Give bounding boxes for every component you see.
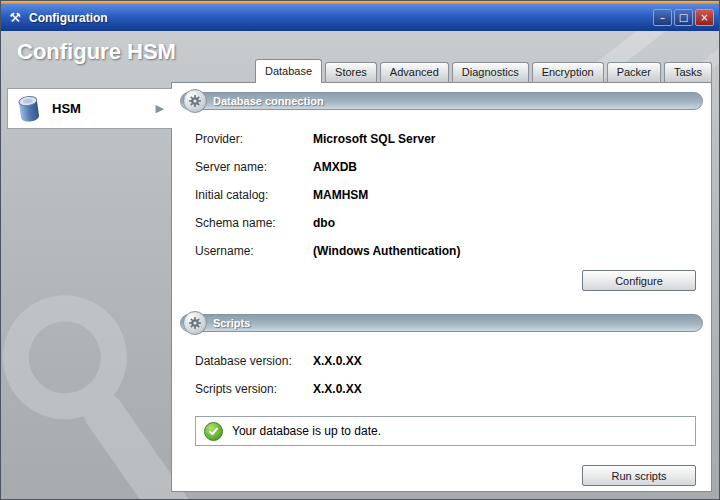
close-button[interactable]: × — [695, 9, 714, 26]
field-row-username: Username: (Windows Authentication) — [195, 237, 711, 265]
configuration-window: ⚒ Configuration – □ × Configure HSM Data… — [0, 0, 720, 500]
field-value: X.X.0.XX — [313, 382, 362, 396]
section-title: Database connection — [181, 93, 702, 109]
field-row-database-version: Database version: X.X.0.XX — [195, 347, 711, 375]
field-label: Initial catalog: — [195, 188, 313, 202]
field-label: Provider: — [195, 132, 313, 146]
field-label: Schema name: — [195, 216, 313, 230]
window-title: Configuration — [29, 11, 108, 25]
check-circle-icon — [204, 422, 223, 441]
connection-fields: Provider: Microsoft SQL Server Server na… — [195, 125, 711, 265]
tools-icon: ⚒ — [6, 9, 24, 27]
sidebar-item-label: HSM — [52, 101, 81, 116]
tab-database[interactable]: Database — [255, 59, 322, 83]
tab-packer[interactable]: Packer — [607, 62, 661, 82]
maximize-button[interactable]: □ — [674, 9, 693, 26]
field-label: Username: — [195, 244, 313, 258]
field-label: Server name: — [195, 160, 313, 174]
main-panel: Database connection Provider: Microsoft … — [171, 82, 712, 492]
field-value: MAMHSM — [313, 188, 368, 202]
field-row-server-name: Server name: AMXDB — [195, 153, 711, 181]
tab-diagnostics[interactable]: Diagnostics — [452, 62, 529, 82]
gear-icon — [183, 311, 207, 335]
minimize-button[interactable]: – — [653, 9, 672, 26]
sidebar-item-hsm[interactable]: HSM ▶ — [7, 88, 172, 129]
field-value: AMXDB — [313, 160, 357, 174]
section-title: Scripts — [181, 315, 702, 331]
field-value: (Windows Authentication) — [313, 244, 460, 258]
page-title: Configure HSM — [17, 39, 176, 65]
field-row-provider: Provider: Microsoft SQL Server — [195, 125, 711, 153]
field-value: Microsoft SQL Server — [313, 132, 435, 146]
tab-advanced[interactable]: Advanced — [380, 62, 449, 82]
status-text: Your database is up to date. — [232, 424, 381, 438]
gear-icon — [183, 89, 207, 113]
tab-stores[interactable]: Stores — [325, 62, 377, 82]
status-box: Your database is up to date. — [195, 416, 696, 446]
scripts-fields: Database version: X.X.0.XX Scripts versi… — [195, 347, 711, 403]
field-label: Database version: — [195, 354, 313, 368]
field-row-initial-catalog: Initial catalog: MAMHSM — [195, 181, 711, 209]
database-icon — [16, 94, 42, 124]
tab-tasks[interactable]: Tasks — [664, 62, 712, 82]
configure-button[interactable]: Configure — [582, 270, 696, 291]
section-header-scripts: Scripts — [180, 314, 703, 332]
window-controls: – □ × — [653, 9, 714, 26]
field-label: Scripts version: — [195, 382, 313, 396]
run-scripts-button[interactable]: Run scripts — [582, 465, 696, 486]
field-row-schema-name: Schema name: dbo — [195, 209, 711, 237]
titlebar: ⚒ Configuration – □ × — [1, 4, 719, 31]
section-header-database-connection: Database connection — [180, 92, 703, 110]
tab-encryption[interactable]: Encryption — [532, 62, 604, 82]
chevron-right-icon: ▶ — [156, 102, 164, 115]
field-row-scripts-version: Scripts version: X.X.0.XX — [195, 375, 711, 403]
field-value: dbo — [313, 216, 335, 230]
field-value: X.X.0.XX — [313, 354, 362, 368]
tab-bar: Database Stores Advanced Diagnostics Enc… — [252, 59, 712, 82]
